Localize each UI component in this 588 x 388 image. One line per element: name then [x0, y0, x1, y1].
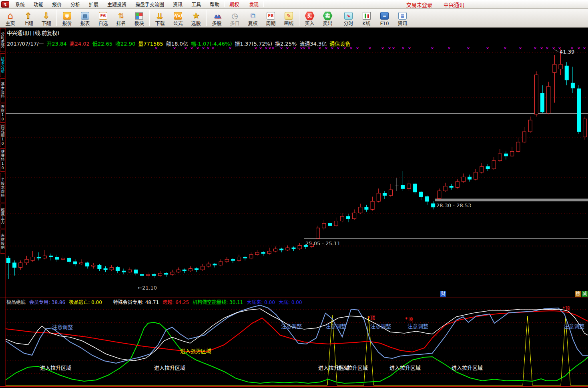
sidebar-tab[interactable]: 维赛特10: [0, 148, 5, 172]
event-marker-icon: ✕: [577, 46, 580, 50]
report-icon: ▤: [81, 12, 89, 20]
candle-body: [249, 255, 253, 258]
toolbar-button-period-f8[interactable]: F8周期: [262, 9, 280, 27]
candle-body: [389, 190, 393, 196]
low-price-annotation: ←21.10: [138, 285, 157, 291]
sidebar-tab[interactable]: 东财10: [0, 104, 5, 123]
candle-body: [267, 251, 271, 254]
reduce-badge[interactable]: 减: [582, 291, 588, 297]
menu-item[interactable]: 分析: [66, 0, 84, 8]
toolbar-button-multi-stock[interactable]: ▲▲多股: [208, 9, 226, 27]
toolbar-button-intraday[interactable]: ∿分时: [339, 9, 357, 27]
toolbar-button-kline[interactable]: K线: [357, 9, 375, 27]
info-segment: 低22.65: [92, 40, 112, 47]
candle-body: [359, 207, 362, 213]
menu-item[interactable]: 工具: [187, 0, 205, 8]
candle-body: [431, 204, 435, 207]
multi-day-icon: ◷: [231, 12, 238, 20]
toolbar-button-f10[interactable]: ≡F10: [375, 9, 393, 27]
candle-body: [261, 252, 265, 254]
toolbar-button-download[interactable]: ⇊下载: [151, 9, 169, 27]
indicator-value[interactable]: 机构做空能量线: 30.11: [193, 298, 243, 305]
f10-icon: ≡: [380, 12, 389, 20]
indicator-value[interactable]: 特殊会员专用: 48.71: [113, 298, 159, 305]
indicator-value[interactable]: 极品绝底: [6, 298, 26, 305]
indicator-value[interactable]: 极品逃亡: 0.00: [69, 298, 102, 305]
menubar: ↯ 系统功能报价分析扩展主题投资操盘手交流圈资讯工具帮助期权发现 交易未登录 中…: [0, 0, 588, 9]
toolbar-button-page-down[interactable]: ⇩下翻: [37, 9, 55, 27]
toolbar-button-report[interactable]: ▤报表: [76, 9, 94, 27]
candle-body: [213, 264, 217, 265]
current-stock-name[interactable]: 中兴通讯: [444, 0, 464, 9]
toolbar-button-draw-line[interactable]: ✎画线: [280, 9, 298, 27]
toolbar-button-news[interactable]: ≣资讯: [393, 9, 411, 27]
toolbar-button-home[interactable]: ⌂主页: [1, 9, 19, 27]
menu-separator: [263, 1, 264, 7]
toolbar-button-label: 报价: [62, 21, 72, 26]
candlestick-canvas[interactable]: ✕✕✕✕✕✕✕✕✕✕✕✕✕✕✕✕✕✕✕✕✕✕✕✕✕✕✕✕✕✕✕✕✕✕✕✕✕✕✕✕…: [6, 46, 588, 298]
indicator-canvas[interactable]: 注意调整注意调整注意调整注意调整注意调整注意调整*顶*顶*顶进入强势区域进入拉升…: [6, 305, 588, 386]
menu-item[interactable]: 主题投资: [103, 0, 131, 8]
toolbar-button-multi-day[interactable]: ◷多日: [226, 9, 244, 27]
sidebar-tab[interactable]: 分时走势: [0, 28, 5, 52]
page-up-icon: ⇧: [23, 11, 34, 21]
candle-body: [67, 258, 71, 262]
candle-body: [340, 216, 344, 221]
sidebar-tab[interactable]: 超赢主力: [0, 204, 5, 228]
sidebar-tab[interactable]: 同花顺10: [0, 124, 5, 147]
menu-item[interactable]: 资讯: [169, 0, 187, 8]
toolbar-button-sell[interactable]: 卖卖出: [319, 9, 337, 27]
event-marker-icon: ✕: [504, 46, 507, 50]
toolbar-button-label: 分时: [343, 21, 353, 26]
menu-item[interactable]: 功能: [29, 0, 48, 8]
rank-badge[interactable]: 榜: [575, 291, 581, 297]
candle-body: [413, 184, 417, 192]
info-segment: 通信设备: [329, 40, 350, 47]
candle-body: [571, 83, 574, 88]
sidebar-tab[interactable]: 基本资料: [0, 78, 5, 102]
toolbar-button-watchlist-f6[interactable]: F6自选: [94, 9, 112, 27]
period-f8-icon: F8: [267, 12, 275, 20]
event-marker-icon: ✕: [467, 46, 470, 50]
toolbar-button-sector-blocks[interactable]: 板块: [130, 9, 148, 27]
candlestick-chart[interactable]: ✕✕✕✕✕✕✕✕✕✕✕✕✕✕✕✕✕✕✕✕✕✕✕✕✕✕✕✕✕✕✕✕✕✕✕✕✕✕✕✕…: [6, 46, 588, 299]
sidebar-tab[interactable]: 东财股吧: [0, 230, 5, 254]
menu-item-hot[interactable]: 发现: [245, 0, 263, 8]
indicator-chart[interactable]: 注意调整注意调整注意调整注意调整注意调整注意调整*顶*顶*顶进入强势区域进入拉升…: [6, 305, 588, 388]
toolbar-button-buy[interactable]: 买买入: [301, 9, 319, 27]
page-down-icon: ⇩: [43, 12, 50, 20]
sector-blocks-icon: [134, 11, 144, 21]
event-marker-icon: ✕: [381, 46, 384, 50]
toolbar-button-quote[interactable]: ¥报价: [58, 9, 76, 27]
indicator-value[interactable]: 会员专用: 38.86: [29, 298, 65, 305]
toolbar-button-adjust-price[interactable]: ⧉复权: [244, 9, 262, 27]
toolbar-button-page-up[interactable]: ⇧上翻: [19, 9, 37, 27]
quote-icon: ¥: [62, 11, 72, 21]
candle-body: [116, 268, 119, 271]
candle-body: [13, 263, 16, 268]
sidebar-tab[interactable]: 个股龙虎榜: [0, 173, 5, 202]
indicator-value[interactable]: 大底来: 0.00: [247, 298, 275, 305]
indicator-value[interactable]: 跨越: 64.25: [163, 298, 189, 305]
event-marker-icon: ✕: [356, 46, 359, 50]
event-marker-icon: ✕: [408, 46, 411, 50]
menu-item[interactable]: 扩展: [84, 0, 103, 8]
finance-badge[interactable]: 财: [440, 291, 446, 297]
menu-item-hot[interactable]: 期权: [225, 0, 243, 8]
menu-item[interactable]: 系统: [11, 0, 29, 8]
toolbar-button-rank[interactable]: ⇅排名: [112, 9, 130, 27]
app-logo-icon[interactable]: ↯: [1, 1, 9, 8]
candle-body: [504, 154, 508, 156]
trade-login-status[interactable]: 交易未登录: [406, 0, 432, 9]
stock-pick-icon: ★: [191, 11, 201, 21]
indicator-value[interactable]: 大底: 0.00: [279, 298, 302, 305]
watchlist-f6-icon: F6: [99, 12, 107, 20]
sidebar-tab[interactable]: 技术分析: [0, 53, 5, 77]
event-marker-icon: ✕: [401, 46, 405, 50]
toolbar-button-stock-pick[interactable]: ★选股: [187, 9, 205, 27]
menu-item[interactable]: 帮助: [205, 0, 224, 8]
toolbar-button-formula[interactable]: f(x)公式: [169, 9, 187, 27]
menu-item[interactable]: 报价: [48, 0, 66, 8]
menu-item[interactable]: 操盘手交流圈: [131, 0, 169, 8]
candle-body: [237, 257, 241, 260]
